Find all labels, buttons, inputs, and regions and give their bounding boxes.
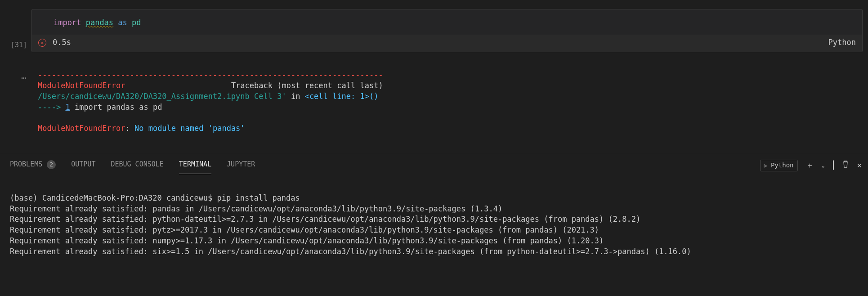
terminal-line: (base) CandicedeMacBook-Pro:DA320 candic… (10, 193, 300, 202)
split-terminal-icon[interactable] (833, 160, 834, 171)
terminal-line: Requirement already satisfied: six>=1.5 … (10, 247, 691, 256)
code-line[interactable]: import pandas as pd (32, 18, 862, 35)
trace-separator: ----------------------------------------… (38, 70, 383, 79)
terminal-line: Requirement already satisfied: python-da… (10, 215, 640, 224)
tab-debug-label: DEBUG CONSOLE (111, 160, 163, 169)
panel-actions: ▷ Python ＋ ⌄ ✕ (760, 160, 862, 171)
alias-name: pd (132, 18, 141, 27)
trace-code-echo: import pandas as pd (70, 103, 162, 112)
trace-final-error-msg: No module named 'pandas' (134, 124, 245, 133)
trace-final-error-name: ModuleNotFoundError (38, 124, 125, 133)
tab-debug-console[interactable]: DEBUG CONSOLE (111, 157, 163, 174)
tab-output-label: OUTPUT (71, 160, 95, 169)
terminal-line: Requirement already satisfied: pandas in… (10, 204, 502, 213)
trace-file-path: /Users/candicewu/DA320/DA320_Assignment2… (38, 92, 286, 101)
status-left: ✕ 0.5s (38, 37, 71, 48)
kernel-label[interactable]: Python (828, 37, 856, 48)
code-cell[interactable]: import pandas as pd ✕ 0.5s Python (31, 9, 863, 52)
new-terminal-icon[interactable]: ＋ (806, 160, 814, 171)
notebook-editor: [31] … import pandas as pd ✕ 0.5s Python (0, 0, 868, 151)
execution-count: [31] (0, 40, 27, 50)
close-panel-icon[interactable]: ✕ (857, 160, 862, 171)
terminal-launch-profile[interactable]: ▷ Python (760, 160, 798, 171)
panel-tabs-list: PROBLEMS 2 OUTPUT DEBUG CONSOLE TERMINAL… (10, 157, 255, 174)
trace-final-sep: : (125, 124, 134, 133)
terminal-dropdown-icon[interactable]: ⌄ (822, 162, 825, 170)
trace-location: <cell line: 1>() (305, 92, 379, 101)
cell-collapse-icon[interactable]: … (0, 70, 27, 81)
bottom-panel: PROBLEMS 2 OUTPUT DEBUG CONSOLE TERMINAL… (0, 154, 868, 268)
trace-in: in (286, 92, 305, 101)
tab-jupyter[interactable]: JUPYTER (227, 157, 255, 174)
cell-status-bar: ✕ 0.5s Python (32, 35, 862, 52)
trace-lineno[interactable]: 1 (65, 103, 70, 112)
tab-problems-label: PROBLEMS (10, 160, 42, 169)
tab-terminal[interactable]: TERMINAL (179, 157, 211, 174)
module-name: pandas (86, 18, 113, 27)
trace-arrow: ----> (38, 103, 65, 112)
tab-jupyter-label: JUPYTER (227, 160, 255, 169)
kill-terminal-icon[interactable] (842, 160, 849, 171)
tab-output[interactable]: OUTPUT (71, 157, 95, 174)
terminal-output[interactable]: (base) CandicedeMacBook-Pro:DA320 candic… (0, 174, 868, 268)
trace-header-right (125, 81, 231, 90)
cell-gutter: [31] … (0, 0, 31, 151)
tab-problems[interactable]: PROBLEMS 2 (10, 157, 56, 174)
tab-terminal-label: TERMINAL (179, 160, 211, 169)
terminal-profile-label: Python (771, 161, 794, 170)
cell-column: import pandas as pd ✕ 0.5s Python ------… (31, 0, 868, 151)
problems-count-badge: 2 (47, 160, 56, 169)
panel-tabs: PROBLEMS 2 OUTPUT DEBUG CONSOLE TERMINAL… (0, 154, 868, 174)
trace-error-name: ModuleNotFoundError (38, 81, 125, 90)
keyword-as: as (118, 18, 127, 27)
cell-output-traceback[interactable]: ----------------------------------------… (31, 58, 863, 147)
keyword-import: import (54, 18, 81, 27)
terminal-line: Requirement already satisfied: numpy>=1.… (10, 236, 604, 245)
error-icon: ✕ (38, 39, 46, 47)
terminal-profile-icon: ▷ (764, 162, 767, 170)
execution-duration: 0.5s (53, 37, 71, 48)
trace-header-text: Traceback (most recent call last) (231, 81, 383, 90)
terminal-line: Requirement already satisfied: pytz>=201… (10, 225, 599, 234)
